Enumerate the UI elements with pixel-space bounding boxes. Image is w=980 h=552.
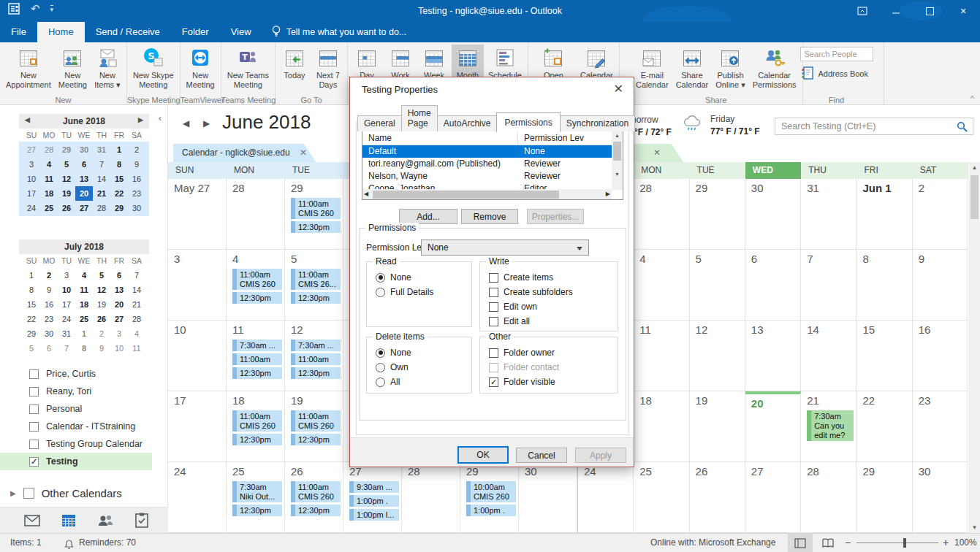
mini-calendar-day[interactable]: 1 xyxy=(75,326,93,341)
calendar-event[interactable]: 12:30pm xyxy=(291,221,341,233)
nav-tasks-icon[interactable] xyxy=(133,512,151,529)
previous-month-icon[interactable]: ◀ xyxy=(183,118,189,129)
day-cell[interactable]: 15 xyxy=(856,321,912,391)
day-cell[interactable]: 17 xyxy=(168,391,227,462)
scroll-down-icon[interactable]: ▼ xyxy=(612,169,623,180)
calendar-event[interactable]: 11:00amCMIS 260 xyxy=(291,481,341,502)
mini-calendar-day[interactable]: 8 xyxy=(23,283,40,297)
mini-calendar-day[interactable]: 12 xyxy=(58,172,75,186)
calendar-event[interactable]: 1:00pm . xyxy=(466,505,516,516)
mini-calendar-day[interactable]: 15 xyxy=(110,172,128,186)
mini-calendar-day[interactable]: 24 xyxy=(58,312,75,326)
mini-calendar-day[interactable]: 29 xyxy=(110,201,128,215)
calendar-event[interactable]: 7:30am ... xyxy=(291,340,341,351)
day-cell[interactable]: 28 xyxy=(801,462,856,533)
collapse-sidebar-icon[interactable]: ‹ xyxy=(159,112,162,123)
calendar-event[interactable]: 11:00amCMIS 260 xyxy=(291,198,341,219)
calendar-event[interactable]: 11:00amCMIS 260 xyxy=(232,410,282,432)
mini-calendar-day[interactable]: 30 xyxy=(128,201,145,215)
next-month-icon[interactable]: ▶ xyxy=(138,116,143,123)
checkbox-create-subfolders[interactable]: Create subfolders xyxy=(489,286,573,298)
calendar-event[interactable]: 12:30pm xyxy=(291,367,341,379)
zoom-level[interactable]: 100% xyxy=(954,534,977,552)
calendar-event[interactable]: 12:30pm xyxy=(291,434,341,445)
mini-calendar-day[interactable]: 26 xyxy=(58,201,75,215)
tell-me-box[interactable]: Tell me what you want to do... xyxy=(262,22,416,42)
close-calendar-icon[interactable]: ✕ xyxy=(653,144,661,162)
checkbox-folder-owner[interactable]: Folder owner xyxy=(489,347,555,359)
day-cell[interactable]: 117:30am ...11:00am12:30pm xyxy=(227,321,285,391)
mini-calendar-day[interactable]: 11 xyxy=(75,283,93,297)
day-cell[interactable]: 30 xyxy=(519,462,577,533)
day-cell[interactable]: Jun 1 xyxy=(856,179,912,250)
dialog-tab-synchronization[interactable]: Synchronization xyxy=(560,115,635,131)
mini-calendar-day[interactable]: 5 xyxy=(93,268,110,283)
ribbon-button-address-book[interactable]: Address Book xyxy=(800,66,873,82)
mini-calendar-day[interactable]: 10 xyxy=(58,283,75,297)
day-cell[interactable]: 279:30am ...1:00pm .1:00pm l... xyxy=(343,462,402,533)
day-cell[interactable]: 28 xyxy=(402,462,460,533)
calendar-event[interactable]: 11:00amCMIS 260 xyxy=(291,410,341,432)
permission-row-default[interactable]: DefaultNone xyxy=(362,145,623,158)
search-people-input[interactable] xyxy=(800,47,873,61)
ribbon-display-options-icon[interactable] xyxy=(846,0,879,22)
add-button[interactable]: Add... xyxy=(399,209,457,224)
collapse-ribbon-icon[interactable]: ^ xyxy=(970,94,974,103)
menu-tab-home[interactable]: Home xyxy=(37,22,85,42)
zoom-in-icon[interactable]: + xyxy=(943,534,949,552)
sidebar-calendar-personal[interactable]: Personal xyxy=(0,400,152,418)
day-cell[interactable]: 29 xyxy=(690,179,745,250)
scrollbar-thumb[interactable] xyxy=(373,191,559,199)
calendar-event[interactable]: 11:00am xyxy=(291,353,341,365)
mini-calendar-day[interactable]: 20 xyxy=(110,297,128,312)
dialog-close-icon[interactable]: ✕ xyxy=(614,82,623,96)
calendar-event[interactable]: 11:00amCMIS 26... xyxy=(291,269,341,290)
day-cell[interactable]: 2911:00amCMIS 26012:30pm xyxy=(285,179,343,250)
mini-calendar-day[interactable]: 21 xyxy=(93,186,110,201)
mini-calendar-day[interactable]: 22 xyxy=(23,312,40,326)
day-cell[interactable]: 411:00amCMIS 26012:30pm xyxy=(227,250,285,321)
zoom-out-icon[interactable]: − xyxy=(845,534,851,552)
menu-tab-folder[interactable]: Folder xyxy=(171,22,220,42)
day-cell[interactable]: 28 xyxy=(227,179,285,250)
calendar-event[interactable]: 12:30pm xyxy=(232,505,282,516)
calendar-event[interactable]: 10:00amCMIS 260 xyxy=(466,481,516,502)
column-permission-level[interactable]: Permission Lev xyxy=(518,131,623,145)
sidebar-calendar-reany-tori[interactable]: Reany, Tori xyxy=(0,383,152,400)
mini-calendar-day[interactable]: 9 xyxy=(93,341,110,356)
mini-calendar-day[interactable]: 1 xyxy=(110,142,128,157)
day-cell[interactable]: 8 xyxy=(856,250,912,321)
day-cell[interactable]: 24 xyxy=(168,462,227,533)
day-cell[interactable]: 13 xyxy=(745,321,801,391)
mini-calendar-day[interactable]: 18 xyxy=(40,186,58,201)
calendar-event[interactable]: 12:30pm xyxy=(291,505,341,516)
mini-calendar-day[interactable]: 20 xyxy=(75,186,93,201)
day-cell[interactable]: 511:00amCMIS 26...12:30pm xyxy=(285,250,343,321)
list-horizontal-scrollbar[interactable]: ◀ ▶ xyxy=(362,189,612,199)
day-cell[interactable]: 14 xyxy=(801,321,856,391)
radio-own[interactable]: Own xyxy=(376,361,409,373)
sidebar-calendar-calendar-itstraining[interactable]: Calendar - ITStraining xyxy=(0,418,152,435)
day-cell[interactable]: 10 xyxy=(168,321,227,391)
mini-calendar-day[interactable]: 7 xyxy=(128,268,145,283)
day-cell[interactable]: 31 xyxy=(801,179,856,250)
radio-none[interactable]: None xyxy=(376,347,411,359)
radio-full-details[interactable]: Full Details xyxy=(376,286,433,298)
day-cell[interactable]: 30 xyxy=(745,179,801,250)
day-cell[interactable]: 27 xyxy=(745,462,801,533)
day-cell[interactable]: 2 xyxy=(913,179,968,250)
calendar-event[interactable]: 1:00pm l... xyxy=(349,509,399,521)
day-cell[interactable]: 3 xyxy=(168,250,227,321)
mini-calendar-day[interactable]: 31 xyxy=(93,142,110,157)
day-cell[interactable]: 127:30am ...11:00am12:30pm xyxy=(285,321,343,391)
reminders-count[interactable]: Reminders: 70 xyxy=(79,534,136,552)
close-icon[interactable]: × xyxy=(946,0,980,22)
sidebar-calendar-testing[interactable]: ✓ Testing xyxy=(0,453,152,470)
vertical-scrollbar[interactable]: ▲ ▼ xyxy=(969,162,980,533)
day-cell[interactable]: 25 xyxy=(634,462,689,533)
nav-mail-icon[interactable] xyxy=(23,512,41,529)
other-calendars-checkbox[interactable] xyxy=(23,488,34,499)
next-month-icon[interactable]: ▶ xyxy=(203,118,210,129)
mini-calendar-day[interactable]: 3 xyxy=(110,326,128,341)
calendar-event[interactable]: 11:00amCMIS 260 xyxy=(232,269,282,290)
